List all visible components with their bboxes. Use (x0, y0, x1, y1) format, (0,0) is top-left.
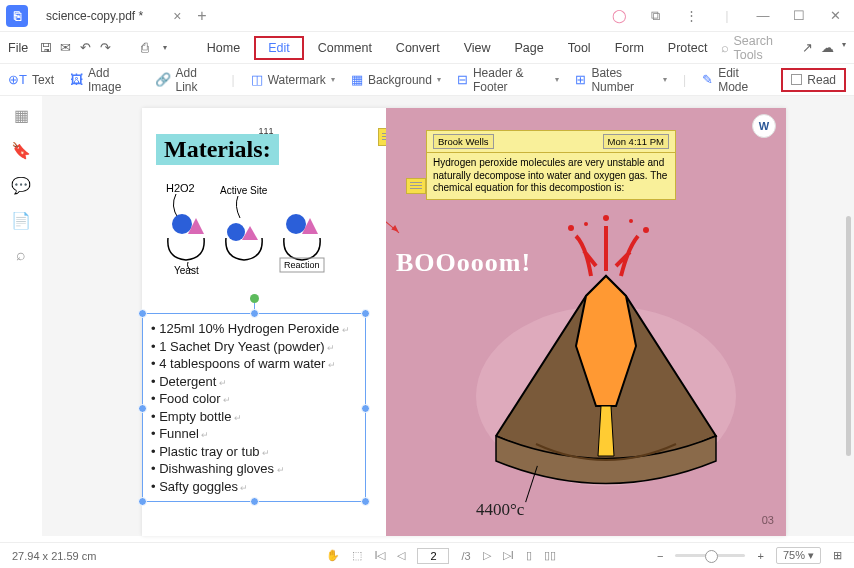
watermark-tool[interactable]: ◫Watermark▾ (251, 72, 335, 87)
page-number: 03 (762, 514, 774, 526)
zoom-level[interactable]: 75% ▾ (776, 547, 821, 564)
watermark-icon: ◫ (251, 72, 263, 87)
header-footer-tool[interactable]: ⊟Header & Footer▾ (457, 66, 559, 94)
close-tab-icon[interactable]: × (173, 8, 181, 24)
list-item[interactable]: Plastic tray or tub (151, 443, 357, 461)
menu-icon[interactable]: ⋮ (678, 8, 704, 23)
prev-page-icon[interactable]: ◁ (397, 549, 405, 562)
list-item[interactable]: Food color (151, 390, 357, 408)
list-item[interactable]: Empty bottle (151, 408, 357, 426)
link-icon: 🔗 (155, 72, 171, 87)
new-tab-button[interactable]: + (197, 7, 206, 25)
tab-convert[interactable]: Convert (386, 37, 450, 59)
tab-view[interactable]: View (454, 37, 501, 59)
gift-icon[interactable]: ◯ (606, 8, 632, 23)
bates-tool[interactable]: ⊞Bates Number▾ (575, 66, 667, 94)
tab-comment[interactable]: Comment (308, 37, 382, 59)
background-tool[interactable]: ▦Background▾ (351, 72, 441, 87)
zoom-in-icon[interactable]: + (757, 550, 763, 562)
sticky-note-icon[interactable] (406, 178, 426, 194)
list-item[interactable]: 1 Sachet Dry Yeast (powder) (151, 338, 357, 356)
file-menu[interactable]: File (8, 41, 28, 55)
temperature-label: 4400°c (476, 500, 524, 520)
resize-handle[interactable] (250, 309, 259, 318)
bookmarks-icon[interactable]: 🔖 (11, 141, 31, 160)
zoom-out-icon[interactable]: − (657, 550, 663, 562)
tab-filename: science-copy.pdf * (46, 9, 143, 23)
page-input[interactable] (417, 548, 449, 564)
attachments-icon[interactable]: 📄 (11, 211, 31, 230)
add-link-tool[interactable]: 🔗Add Link (155, 66, 216, 94)
tab-edit[interactable]: Edit (254, 36, 304, 60)
materials-list[interactable]: 125ml 10% Hydrogen Peroxide 1 Sachet Dry… (151, 320, 357, 495)
next-page-icon[interactable]: ▷ (483, 549, 491, 562)
app-icon: ⎘ (6, 5, 28, 27)
first-page-icon[interactable]: I◁ (374, 549, 385, 562)
cloud-icon[interactable]: ☁ (821, 40, 834, 55)
zoom-slider[interactable] (675, 554, 745, 557)
bates-icon: ⊞ (575, 72, 586, 87)
comment-author: Brook Wells (433, 134, 494, 149)
read-mode-toggle[interactable]: Read (781, 68, 846, 92)
tab-home[interactable]: Home (197, 37, 250, 59)
reaction-label: Reaction (284, 260, 320, 270)
resize-handle[interactable] (138, 309, 147, 318)
list-item[interactable]: Funnel (151, 425, 357, 443)
edit-mode-tool[interactable]: ✎Edit Mode (702, 66, 765, 94)
list-item[interactable]: 4 tablespoons of warm water (151, 355, 357, 373)
print-icon[interactable]: ⎙ (137, 41, 153, 55)
annotation-arrow (386, 194, 399, 233)
document-canvas[interactable]: 111 Materials: H2O2 Active Site (42, 96, 854, 536)
close-window-button[interactable]: ✕ (822, 8, 848, 23)
resize-handle[interactable] (361, 309, 370, 318)
read-checkbox[interactable] (791, 74, 802, 85)
save-icon[interactable]: 🖫 (38, 41, 54, 55)
search-tools[interactable]: ⌕Search Tools (721, 34, 788, 62)
tab-form[interactable]: Form (605, 37, 654, 59)
maximize-button[interactable]: ☐ (786, 8, 812, 23)
list-item[interactable]: 125ml 10% Hydrogen Peroxide (151, 320, 357, 338)
list-item[interactable]: Dishwashing gloves (151, 460, 357, 478)
list-item[interactable]: Detergent (151, 373, 357, 391)
statusbar: 27.94 x 21.59 cm ✋ ⬚ I◁ ◁ /3 ▷ ▷I ▯ ▯▯ −… (0, 542, 854, 568)
two-page-icon[interactable]: ▯▯ (544, 549, 556, 562)
main-area: ▦ 🔖 💬 📄 ⌕ 111 Materials: H2O2 Active Sit… (0, 96, 854, 536)
search-panel-icon[interactable]: ⌕ (16, 246, 26, 264)
dropdown-icon[interactable]: ▾ (842, 40, 846, 55)
materials-textbox[interactable]: 125ml 10% Hydrogen Peroxide 1 Sachet Dry… (142, 313, 366, 502)
redo-icon[interactable]: ↷ (98, 40, 114, 55)
fit-page-icon[interactable]: ⊞ (833, 549, 842, 562)
resize-handle[interactable] (138, 404, 147, 413)
minimize-button[interactable]: — (750, 8, 776, 23)
tab-protect[interactable]: Protect (658, 37, 718, 59)
tab-tool[interactable]: Tool (558, 37, 601, 59)
add-image-tool[interactable]: 🖼Add Image (70, 66, 139, 94)
tab-page[interactable]: Page (505, 37, 554, 59)
comment-popup[interactable]: Brook WellsMon 4:11 PM Hydrogen peroxide… (426, 130, 676, 200)
resize-handle[interactable] (138, 497, 147, 506)
vertical-scrollbar[interactable] (846, 216, 851, 456)
image-icon: 🖼 (70, 72, 83, 87)
share-icon[interactable]: ↗ (802, 40, 813, 55)
rotate-handle[interactable] (250, 294, 259, 303)
window-icon[interactable]: ⧉ (642, 8, 668, 24)
hand-tool-icon[interactable]: ✋ (326, 549, 340, 562)
comments-icon[interactable]: 💬 (11, 176, 31, 195)
single-page-icon[interactable]: ▯ (526, 549, 532, 562)
resize-handle[interactable] (361, 404, 370, 413)
resize-handle[interactable] (250, 497, 259, 506)
undo-icon[interactable]: ↶ (78, 40, 94, 55)
document-tab[interactable]: science-copy.pdf * × (38, 4, 189, 28)
print-dropdown[interactable]: ▾ (157, 43, 173, 52)
background-icon: ▦ (351, 72, 363, 87)
resize-handle[interactable] (361, 497, 370, 506)
word-export-icon[interactable]: W (752, 114, 776, 138)
list-item[interactable]: Safty goggles (151, 478, 357, 496)
h2o2-label: H2O2 (166, 182, 195, 194)
thumbnails-icon[interactable]: ▦ (14, 106, 29, 125)
text-tool[interactable]: ⊕TText (8, 72, 54, 87)
svg-point-0 (172, 214, 192, 234)
mail-icon[interactable]: ✉ (58, 40, 74, 55)
last-page-icon[interactable]: ▷I (503, 549, 514, 562)
select-tool-icon[interactable]: ⬚ (352, 549, 362, 562)
